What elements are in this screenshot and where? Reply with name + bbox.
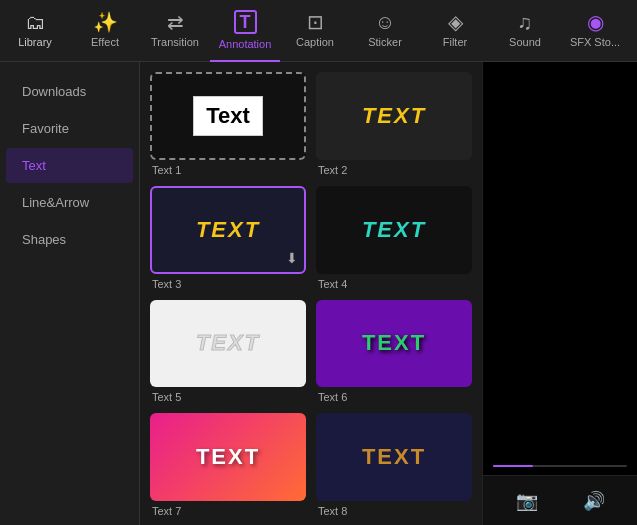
nav-effect[interactable]: ✨ Effect — [70, 0, 140, 62]
nav-sfx-label: SFX Sto... — [570, 36, 620, 48]
top-navigation: 🗂 Library ✨ Effect ⇄ Transition T Annota… — [0, 0, 637, 62]
sidebar-item-text[interactable]: Text — [6, 148, 133, 183]
text-card-3[interactable]: TEXT ⬇ Text 3 — [150, 186, 306, 290]
sidebar-item-linearrow[interactable]: Line&Arrow — [6, 185, 133, 220]
text-card-label-5: Text 5 — [150, 391, 306, 403]
preview-progress-bar — [493, 465, 533, 467]
text-card-label-7: Text 7 — [150, 505, 306, 517]
download-icon-3: ⬇ — [286, 250, 298, 266]
nav-filter-label: Filter — [443, 36, 467, 48]
sidebar-item-downloads[interactable]: Downloads — [6, 74, 133, 109]
text-card-label-4: Text 4 — [316, 278, 472, 290]
text-card-label-8: Text 8 — [316, 505, 472, 517]
nav-sound-label: Sound — [509, 36, 541, 48]
nav-transition-label: Transition — [151, 36, 199, 48]
text-grid-panel: Text Text 1 TEXT Text 2 TEXT ⬇ Text 3 — [140, 62, 482, 525]
text-preview-label-3: TEXT — [196, 217, 260, 243]
nav-library[interactable]: 🗂 Library — [0, 0, 70, 62]
text-preview-label-5: TEXT — [196, 330, 260, 356]
text-preview-label-7: TEXT — [196, 444, 260, 470]
main-content: Downloads Favorite Text Line&Arrow Shape… — [0, 62, 637, 525]
nav-annotation-label: Annotation — [219, 38, 272, 50]
nav-transition[interactable]: ⇄ Transition — [140, 0, 210, 62]
preview-panel: 📷 🔊 — [482, 62, 637, 525]
sticker-icon: ☺ — [375, 12, 395, 32]
text-card-5[interactable]: TEXT Text 5 — [150, 300, 306, 404]
nav-annotation[interactable]: T Annotation — [210, 0, 280, 62]
text-preview-label-4: TEXT — [362, 217, 426, 243]
text-preview-label-1: Text — [193, 96, 263, 136]
text-preview-4: TEXT — [316, 186, 472, 274]
text-card-6[interactable]: TEXT Text 6 — [316, 300, 472, 404]
filter-icon: ◈ — [448, 12, 463, 32]
nav-sound[interactable]: ♫ Sound — [490, 0, 560, 62]
text-preview-3: TEXT ⬇ — [150, 186, 306, 274]
annotation-icon: T — [234, 10, 257, 34]
text-card-4[interactable]: TEXT Text 4 — [316, 186, 472, 290]
sidebar-item-shapes[interactable]: Shapes — [6, 222, 133, 257]
text-preview-8: TEXT — [316, 413, 472, 501]
text-card-label-2: Text 2 — [316, 164, 472, 176]
transition-icon: ⇄ — [167, 12, 184, 32]
sound-icon: ♫ — [518, 12, 533, 32]
sidebar-item-favorite[interactable]: Favorite — [6, 111, 133, 146]
text-card-7[interactable]: TEXT Text 7 — [150, 413, 306, 517]
text-card-1[interactable]: Text Text 1 — [150, 72, 306, 176]
text-preview-label-2: TEXT — [362, 103, 426, 129]
sfx-icon: ◉ — [587, 12, 604, 32]
text-preview-2: TEXT — [316, 72, 472, 160]
text-preview-1: Text — [150, 72, 306, 160]
text-card-label-6: Text 6 — [316, 391, 472, 403]
library-icon: 🗂 — [25, 12, 45, 32]
nav-effect-label: Effect — [91, 36, 119, 48]
text-preview-label-8: TEXT — [362, 444, 426, 470]
text-preview-6: TEXT — [316, 300, 472, 388]
nav-library-label: Library — [18, 36, 52, 48]
volume-button[interactable]: 🔊 — [583, 490, 605, 512]
text-preview-7: TEXT — [150, 413, 306, 501]
text-preview-5: TEXT — [150, 300, 306, 388]
nav-sticker-label: Sticker — [368, 36, 402, 48]
preview-controls: 📷 🔊 — [483, 475, 637, 525]
nav-filter[interactable]: ◈ Filter — [420, 0, 490, 62]
text-card-label-1: Text 1 — [150, 164, 306, 176]
camera-button[interactable]: 📷 — [516, 490, 538, 512]
nav-sfx[interactable]: ◉ SFX Sto... — [560, 0, 630, 62]
text-grid: Text Text 1 TEXT Text 2 TEXT ⬇ Text 3 — [150, 72, 472, 517]
effect-icon: ✨ — [93, 12, 118, 32]
text-preview-label-6: TEXT — [362, 330, 426, 356]
nav-caption-label: Caption — [296, 36, 334, 48]
text-card-label-3: Text 3 — [150, 278, 306, 290]
caption-icon: ⊡ — [307, 12, 324, 32]
sidebar: Downloads Favorite Text Line&Arrow Shape… — [0, 62, 140, 525]
nav-caption[interactable]: ⊡ Caption — [280, 0, 350, 62]
nav-sticker[interactable]: ☺ Sticker — [350, 0, 420, 62]
text-card-2[interactable]: TEXT Text 2 — [316, 72, 472, 176]
preview-progress-bar-container — [493, 465, 627, 467]
text-card-8[interactable]: TEXT Text 8 — [316, 413, 472, 517]
preview-screen — [483, 62, 637, 475]
